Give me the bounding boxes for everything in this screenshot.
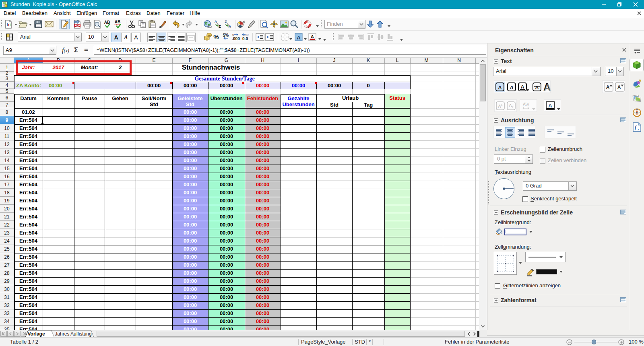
svg-text:0.0: 0.0 <box>242 37 248 41</box>
svg-text:A: A <box>535 84 539 91</box>
svg-text:.000: .000 <box>232 37 240 41</box>
svg-text:A: A <box>297 35 301 41</box>
svg-text:A: A <box>311 34 314 39</box>
svg-text:A: A <box>509 103 512 108</box>
svg-text:A\V: A\V <box>523 102 529 107</box>
svg-text:%: % <box>213 33 219 40</box>
svg-text:A: A <box>521 84 524 90</box>
svg-text:AB: AB <box>115 20 120 24</box>
svg-text:Z: Z <box>225 20 227 24</box>
svg-text:A: A <box>498 84 502 91</box>
svg-text:A: A <box>548 103 552 109</box>
svg-text:AB: AB <box>104 20 110 25</box>
svg-text:N: N <box>636 108 638 111</box>
svg-text:Z: Z <box>219 25 221 29</box>
svg-text:A: A <box>215 20 217 24</box>
svg-text:A: A <box>509 84 513 91</box>
svg-text:A: A <box>544 82 551 93</box>
svg-text:$%: $% <box>223 33 229 37</box>
svg-text:A: A <box>606 84 610 90</box>
svg-text:x: x <box>637 127 639 131</box>
svg-text:A: A <box>617 84 621 90</box>
svg-text:A: A <box>229 25 231 29</box>
svg-text:0: 0 <box>232 33 234 37</box>
svg-text:A: A <box>498 104 501 109</box>
svg-text:PDF: PDF <box>75 24 80 27</box>
